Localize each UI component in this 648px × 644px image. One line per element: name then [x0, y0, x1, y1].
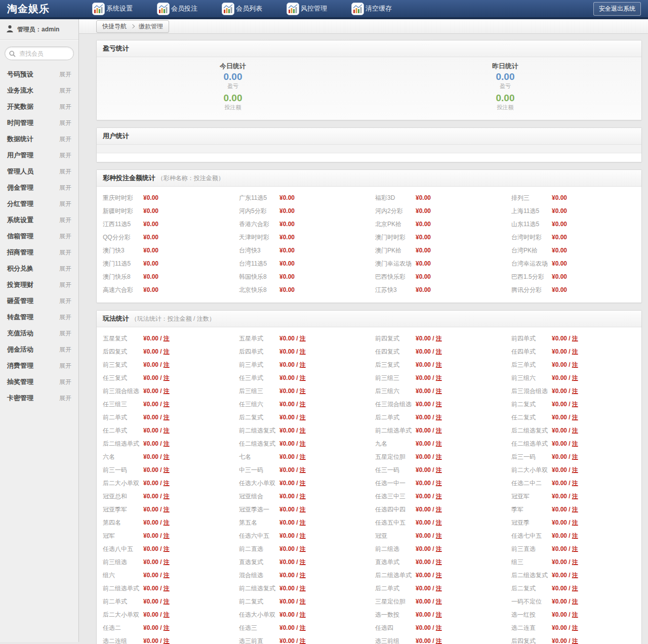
play-note-link[interactable]: 注 — [572, 440, 578, 448]
play-note-link[interactable]: 注 — [300, 348, 306, 356]
play-note-link[interactable]: 注 — [300, 492, 306, 501]
play-note-link[interactable]: 注 — [436, 637, 442, 644]
play-note-link[interactable]: 注 — [300, 400, 306, 409]
play-note-link[interactable]: 注 — [164, 505, 170, 514]
play-note-link[interactable]: 注 — [164, 361, 170, 369]
play-note-link[interactable]: 注 — [300, 505, 306, 514]
play-note-link[interactable]: 注 — [300, 453, 306, 461]
expand-toggle[interactable]: 展开 — [59, 167, 71, 176]
play-note-link[interactable]: 注 — [572, 400, 578, 409]
play-note-link[interactable]: 注 — [436, 348, 442, 356]
sidebar-item[interactable]: 号码预设 展开 — [0, 66, 78, 82]
play-note-link[interactable]: 注 — [164, 597, 170, 606]
play-note-link[interactable]: 注 — [572, 571, 578, 580]
play-note-link[interactable]: 注 — [436, 466, 442, 475]
play-note-link[interactable]: 注 — [300, 611, 306, 619]
sidebar-item[interactable]: 佣金管理 展开 — [0, 180, 78, 196]
expand-toggle[interactable]: 展开 — [59, 313, 71, 322]
play-note-link[interactable]: 注 — [572, 624, 578, 632]
play-note-link[interactable]: 注 — [164, 492, 170, 501]
play-note-link[interactable]: 注 — [572, 492, 578, 501]
play-note-link[interactable]: 注 — [572, 637, 578, 644]
nav-menu-item[interactable]: 清空缓存 — [351, 3, 392, 15]
expand-toggle[interactable]: 展开 — [59, 119, 71, 127]
sidebar-item[interactable]: 系统设置 展开 — [0, 212, 78, 228]
play-note-link[interactable]: 注 — [436, 558, 442, 567]
play-note-link[interactable]: 注 — [436, 413, 442, 422]
play-note-link[interactable]: 注 — [572, 479, 578, 488]
play-note-link[interactable]: 注 — [436, 374, 442, 382]
play-note-link[interactable]: 注 — [572, 374, 578, 382]
expand-toggle[interactable]: 展开 — [59, 151, 71, 160]
expand-toggle[interactable]: 展开 — [59, 216, 71, 225]
play-note-link[interactable]: 注 — [436, 479, 442, 488]
sidebar-item[interactable]: 卡密管理 展开 — [0, 390, 78, 406]
play-note-link[interactable]: 注 — [436, 400, 442, 409]
play-note-link[interactable]: 注 — [572, 361, 578, 369]
expand-toggle[interactable]: 展开 — [59, 248, 71, 257]
play-note-link[interactable]: 注 — [164, 545, 170, 553]
expand-toggle[interactable]: 展开 — [59, 232, 71, 241]
expand-toggle[interactable]: 展开 — [59, 281, 71, 289]
expand-toggle[interactable]: 展开 — [59, 103, 71, 111]
play-note-link[interactable]: 注 — [300, 597, 306, 606]
play-note-link[interactable]: 注 — [164, 532, 170, 540]
sidebar-item[interactable]: 时间管理 展开 — [0, 115, 78, 131]
sidebar-item[interactable]: 数据统计 展开 — [0, 131, 78, 147]
play-note-link[interactable]: 注 — [300, 426, 306, 435]
logout-button[interactable]: 安全退出系统 — [593, 2, 641, 16]
play-note-link[interactable]: 注 — [164, 558, 170, 567]
sidebar-item[interactable]: 积分兑换 展开 — [0, 261, 78, 277]
play-note-link[interactable]: 注 — [572, 532, 578, 540]
play-note-link[interactable]: 注 — [436, 505, 442, 514]
play-note-link[interactable]: 注 — [436, 584, 442, 593]
play-note-link[interactable]: 注 — [164, 479, 170, 488]
play-note-link[interactable]: 注 — [572, 597, 578, 606]
play-note-link[interactable]: 注 — [164, 374, 170, 382]
breadcrumb-tab-payment[interactable]: 缴款管理 — [139, 22, 163, 31]
play-note-link[interactable]: 注 — [572, 453, 578, 461]
play-note-link[interactable]: 注 — [436, 519, 442, 527]
play-note-link[interactable]: 注 — [164, 387, 170, 396]
play-note-link[interactable]: 注 — [572, 466, 578, 475]
play-note-link[interactable]: 注 — [164, 453, 170, 461]
play-note-link[interactable]: 注 — [164, 611, 170, 619]
play-note-link[interactable]: 注 — [164, 637, 170, 644]
sidebar-item[interactable]: 砸蛋管理 展开 — [0, 293, 78, 309]
play-note-link[interactable]: 注 — [300, 637, 306, 644]
expand-toggle[interactable]: 展开 — [59, 378, 71, 387]
expand-toggle[interactable]: 展开 — [59, 265, 71, 273]
play-note-link[interactable]: 注 — [572, 348, 578, 356]
play-note-link[interactable]: 注 — [300, 374, 306, 382]
expand-toggle[interactable]: 展开 — [59, 297, 71, 306]
play-note-link[interactable]: 注 — [300, 519, 306, 527]
play-note-link[interactable]: 注 — [572, 545, 578, 553]
play-note-link[interactable]: 注 — [300, 466, 306, 475]
play-note-link[interactable]: 注 — [164, 584, 170, 593]
play-note-link[interactable]: 注 — [436, 440, 442, 448]
sidebar-item[interactable]: 分红管理 展开 — [0, 196, 78, 212]
play-note-link[interactable]: 注 — [572, 413, 578, 422]
play-note-link[interactable]: 注 — [164, 624, 170, 632]
expand-toggle[interactable]: 展开 — [59, 362, 71, 370]
play-note-link[interactable]: 注 — [164, 426, 170, 435]
expand-toggle[interactable]: 展开 — [59, 329, 71, 338]
play-note-link[interactable]: 注 — [164, 571, 170, 580]
play-note-link[interactable]: 注 — [164, 400, 170, 409]
play-note-link[interactable]: 注 — [300, 361, 306, 369]
sidebar-item[interactable]: 开奖数据 展开 — [0, 99, 78, 115]
play-note-link[interactable]: 注 — [436, 611, 442, 619]
expand-toggle[interactable]: 展开 — [59, 135, 71, 144]
expand-toggle[interactable]: 展开 — [59, 394, 71, 403]
play-note-link[interactable]: 注 — [572, 584, 578, 593]
play-note-link[interactable]: 注 — [300, 624, 306, 632]
play-note-link[interactable]: 注 — [572, 387, 578, 396]
sidebar-item[interactable]: 用户管理 展开 — [0, 147, 78, 163]
play-note-link[interactable]: 注 — [300, 334, 306, 343]
play-note-link[interactable]: 注 — [300, 532, 306, 540]
play-note-link[interactable]: 注 — [300, 571, 306, 580]
expand-toggle[interactable]: 展开 — [59, 70, 71, 79]
sidebar-item[interactable]: 转盘管理 展开 — [0, 309, 78, 325]
play-note-link[interactable]: 注 — [436, 624, 442, 632]
play-note-link[interactable]: 注 — [572, 611, 578, 619]
